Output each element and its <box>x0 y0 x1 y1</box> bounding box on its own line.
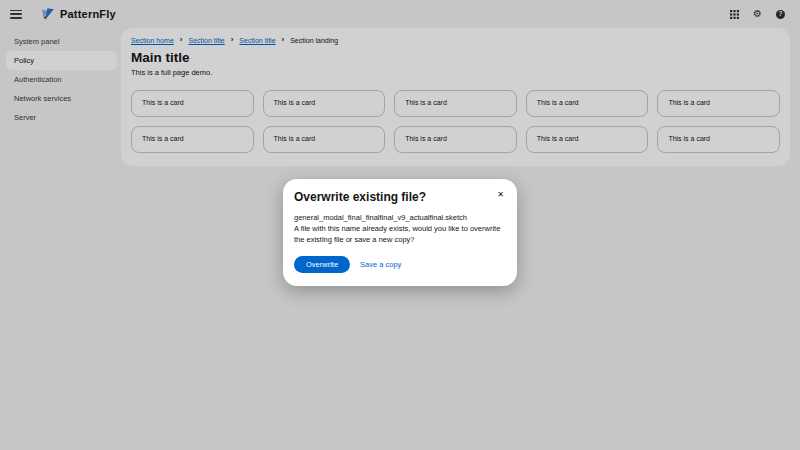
overwrite-button[interactable]: Overwrite <box>294 256 350 273</box>
modal-title: Overwrite existing file? <box>294 190 495 204</box>
save-a-copy-button[interactable]: Save a copy <box>360 260 401 269</box>
overwrite-modal: Overwrite existing file? ✕ general_modal… <box>283 179 517 286</box>
modal-footer: Overwrite Save a copy <box>294 256 506 273</box>
modal-header: Overwrite existing file? ✕ <box>294 190 506 204</box>
modal-body-text: A file with this name already exists, wo… <box>294 224 504 246</box>
close-icon[interactable]: ✕ <box>495 190 506 200</box>
modal-filename: general_modal_final_finalfinal_v9_actual… <box>294 213 506 222</box>
